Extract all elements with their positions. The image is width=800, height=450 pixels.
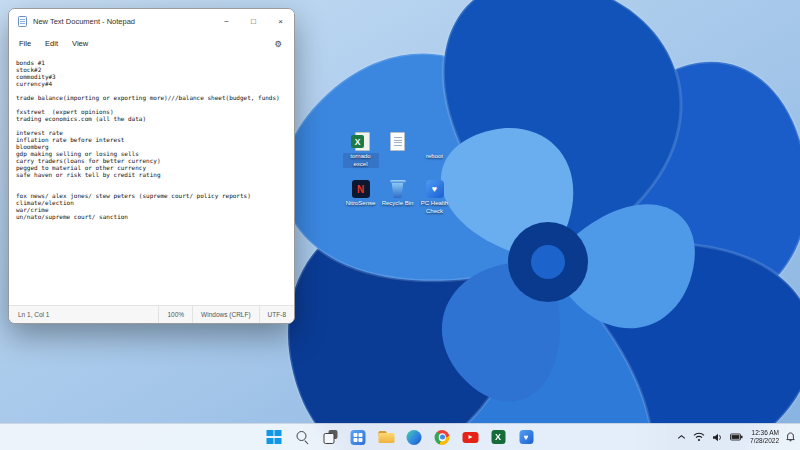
- desktop-icon-tornado-excel[interactable]: tornado excel: [342, 131, 379, 178]
- desktop-icon-label: PC Health Check: [417, 200, 453, 215]
- menu-file[interactable]: File: [13, 37, 37, 50]
- chrome-button[interactable]: [431, 426, 454, 449]
- file-explorer-button[interactable]: [375, 426, 398, 449]
- desktop-screen: tornado excel reboot NitroSense Recycle …: [0, 0, 800, 450]
- edge-button[interactable]: [403, 426, 426, 449]
- winrar-archive-icon: [426, 131, 443, 151]
- menu-view[interactable]: View: [66, 37, 94, 50]
- task-view-button[interactable]: [319, 426, 342, 449]
- desktop-icon-text-file[interactable]: [379, 131, 416, 178]
- wifi-icon: [693, 432, 705, 442]
- cursor-position-indicator: Ln 1, Col 1: [9, 306, 158, 323]
- clock[interactable]: 12:36 AM 7/28/2022: [750, 429, 779, 446]
- system-tray: 12:36 AM 7/28/2022: [677, 424, 795, 450]
- notepad-titlebar[interactable]: New Text Document - Notepad − □ ×: [9, 9, 294, 34]
- nitrosense-icon: [352, 178, 370, 198]
- chrome-icon: [435, 430, 450, 445]
- desktop-icon-label: NitroSense: [346, 200, 376, 208]
- maximize-button[interactable]: □: [240, 9, 267, 34]
- desktop-icon-label: Recycle Bin: [382, 200, 414, 208]
- notepad-window: New Text Document - Notepad − □ × File E…: [8, 8, 295, 324]
- folder-icon: [378, 431, 394, 444]
- zoom-indicator: 100%: [158, 306, 192, 323]
- start-logo-pane: [267, 438, 274, 445]
- edge-icon: [407, 430, 422, 445]
- network-button[interactable]: [693, 432, 705, 442]
- start-logo-pane: [275, 438, 282, 445]
- minimize-button[interactable]: −: [213, 9, 240, 34]
- desktop-icon-pc-health-check[interactable]: PC Health Check: [416, 178, 453, 225]
- task-view-icon: [323, 430, 337, 444]
- tray-time: 12:36 AM: [750, 429, 779, 437]
- encoding-indicator: UTF-8: [259, 306, 294, 323]
- menu-edit[interactable]: Edit: [39, 37, 64, 50]
- start-button[interactable]: [263, 426, 286, 449]
- window-title: New Text Document - Notepad: [33, 17, 135, 26]
- battery-button[interactable]: [730, 433, 743, 441]
- notepad-statusbar: Ln 1, Col 1 100% Windows (CRLF) UTF-8: [9, 305, 294, 323]
- excel-icon: [491, 430, 505, 444]
- battery-icon: [730, 433, 743, 441]
- desktop-icon-label: reboot: [426, 153, 443, 161]
- desktop-icon-label: tornado excel: [343, 153, 379, 168]
- taskbar: 12:36 AM 7/28/2022: [0, 423, 800, 450]
- close-button[interactable]: ×: [267, 9, 294, 34]
- widgets-icon: [351, 430, 366, 445]
- search-icon: [295, 430, 309, 444]
- youtube-icon: [462, 432, 478, 443]
- desktop-icons: tornado excel reboot NitroSense Recycle …: [342, 131, 453, 225]
- tray-date: 7/28/2022: [750, 437, 779, 445]
- volume-button[interactable]: [712, 433, 723, 442]
- pc-health-button[interactable]: [515, 426, 538, 449]
- excel-file-icon: [351, 131, 370, 151]
- youtube-button[interactable]: [459, 426, 482, 449]
- notification-center-button[interactable]: [786, 432, 795, 442]
- speaker-icon: [712, 433, 723, 442]
- search-button[interactable]: [291, 426, 314, 449]
- pc-health-check-icon: [426, 178, 444, 198]
- notepad-text-area[interactable]: bonds #1 stock#2 commodity#3 currency#4 …: [9, 53, 294, 305]
- bloom-core-inner: [531, 245, 565, 279]
- settings-gear-icon[interactable]: ⚙: [274, 39, 290, 49]
- desktop-icon-reboot[interactable]: reboot: [416, 131, 453, 178]
- windows-logo-icon: [267, 430, 281, 444]
- widgets-button[interactable]: [347, 426, 370, 449]
- chevron-up-icon: [677, 434, 686, 440]
- excel-button[interactable]: [487, 426, 510, 449]
- notepad-menubar: File Edit View ⚙: [9, 34, 294, 53]
- pc-health-icon: [519, 430, 533, 444]
- line-ending-indicator: Windows (CRLF): [192, 306, 258, 323]
- notepad-app-icon: [18, 16, 27, 27]
- desktop-icon-recycle-bin[interactable]: Recycle Bin: [379, 178, 416, 225]
- start-logo-pane: [275, 430, 282, 437]
- hidden-icons-button[interactable]: [677, 434, 686, 440]
- desktop-icon-nitrosense[interactable]: NitroSense: [342, 178, 379, 225]
- bell-icon: [786, 432, 795, 442]
- recycle-bin-icon: [390, 178, 406, 198]
- window-controls: − □ ×: [213, 9, 294, 34]
- text-file-icon: [390, 131, 405, 151]
- taskbar-pinned-apps: [263, 424, 538, 450]
- start-logo-pane: [267, 430, 274, 437]
